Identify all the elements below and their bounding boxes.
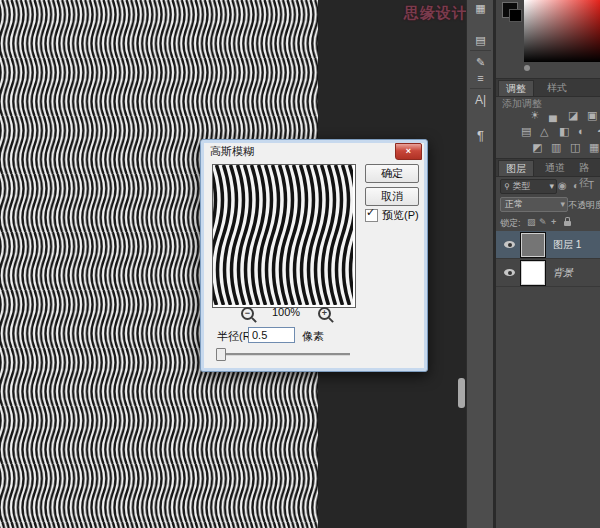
minus-sign: − [243,309,252,318]
preview-checkbox[interactable]: ✓ [365,209,378,222]
chevron-down-icon: ▾ [560,198,565,211]
character-panel-icon[interactable]: A| [467,93,494,107]
color-balance-icon[interactable]: △ [540,125,548,137]
filter-adjustment-icon[interactable]: ◐ [573,180,579,192]
zoom-in-icon[interactable]: + [318,307,331,320]
right-panel-column: 调整 样式 添加调整 ☀ ▄ ◪ ▣ ▽ ▤ △ ◧ ◐ ◓ ◩ ▥ ◫ ▦ ◨… [493,0,600,528]
adjustments-tabbar: 调整 样式 [496,78,600,97]
background-color-swatch[interactable] [509,9,522,22]
pixels-unit-label: 像素 [302,329,324,344]
lock-row: 锁定: ▨ ✎ + [496,214,600,231]
zoom-level-value: 100% [261,306,311,318]
gaussian-blur-dialog: 高斯模糊 × 确定 取消 ✓ 预览(P) − [200,139,428,372]
tool-presets-icon[interactable]: ≡ [467,72,494,84]
tab-styles[interactable]: 样式 [540,80,574,95]
invert-icon[interactable]: ◩ [532,141,542,153]
filter-pixel-icon[interactable]: ◉ [558,180,567,192]
hue-saturation-icon[interactable]: ▤ [521,125,531,137]
layer-row-background[interactable]: 背景 [496,259,600,287]
visibility-eye-icon[interactable] [504,269,515,276]
dock-divider [470,88,491,89]
dock-divider [470,50,491,51]
layers-tabbar: 图层 通道 路径 [496,158,600,177]
hue-slider-handle[interactable] [524,65,530,71]
ok-button[interactable]: 确定 [365,164,419,183]
filter-type-icon[interactable]: T [588,180,594,192]
layer-name[interactable]: 图层 1 [553,238,581,252]
dialog-title: 高斯模糊 [210,144,254,159]
zoom-out-icon[interactable]: − [241,307,254,320]
filter-kind-dropdown[interactable]: ⚲ 类型 ▾ [500,179,557,194]
threshold-icon[interactable]: ◫ [570,141,580,153]
layer-thumbnail[interactable] [520,232,546,258]
layer-name[interactable]: 背景 [553,266,573,280]
exposure-icon[interactable]: ▣ [587,109,597,121]
layer-filter-row: ⚲ 类型 ▾ ◉ ◐ T [496,176,600,195]
search-icon: ⚲ [504,182,510,191]
chevron-down-icon: ▾ [549,180,554,193]
lock-transparency-icon[interactable]: ▨ [527,217,536,227]
plus-sign: + [320,309,329,318]
brush-icon[interactable]: ✎ [467,56,494,69]
curves-icon[interactable]: ◪ [568,109,578,121]
tab-paths[interactable]: 路径 [572,160,600,175]
swatches-icon[interactable]: ▤ [467,34,494,47]
panels-icon[interactable]: ▦ [467,2,494,15]
paragraph-panel-icon[interactable]: ¶ [467,128,494,143]
preview-checkbox-label: 预览(P) [382,208,419,223]
photoshop-window: 思缘设计论坛 WWW.MISSYUAN.COM ▦ ▤ ✎ ≡ A| ¶ 调整 … [0,0,600,528]
filter-kind-label: 类型 [512,181,530,191]
preview-pattern-image [213,165,353,305]
panel-dock: ▦ ▤ ✎ ≡ A| ¶ [466,0,494,528]
black-white-icon[interactable]: ◧ [559,125,569,137]
checkmark-icon: ✓ [366,206,375,219]
gradient-map-icon[interactable]: ▦ [589,141,599,153]
blend-mode-select[interactable]: 正常 ▾ [500,197,568,212]
canvas-vertical-scrollbar[interactable] [458,378,465,408]
lock-pixels-icon[interactable]: ✎ [539,217,547,227]
photo-filter-icon[interactable]: ◐ [578,125,585,137]
tab-adjustments[interactable]: 调整 [498,80,534,96]
posterize-icon[interactable]: ▥ [551,141,561,153]
lock-label: 锁定: [500,217,521,230]
layer-thumbnail[interactable] [520,260,546,286]
opacity-label: 不透明度: [568,199,600,212]
tab-channels[interactable]: 通道 [538,160,572,175]
blend-mode-value: 正常 [505,199,523,209]
radius-slider-track[interactable] [218,353,350,356]
color-picker-gradient[interactable] [524,0,600,62]
cancel-button[interactable]: 取消 [365,187,419,206]
brightness-contrast-icon[interactable]: ☀ [530,109,540,121]
blur-preview-box[interactable] [212,164,356,308]
radius-input[interactable] [248,327,295,343]
blend-mode-row: 正常 ▾ 不透明度: [496,195,600,214]
radius-slider-thumb[interactable] [216,348,226,361]
lock-all-icon[interactable] [564,221,571,226]
levels-icon[interactable]: ▄ [549,109,557,121]
close-icon[interactable]: × [395,143,422,160]
lock-position-icon[interactable]: + [551,217,556,227]
layer-row-layer1[interactable]: 图层 1 [496,231,600,259]
tab-layers[interactable]: 图层 [498,160,534,176]
visibility-eye-icon[interactable] [504,241,515,248]
